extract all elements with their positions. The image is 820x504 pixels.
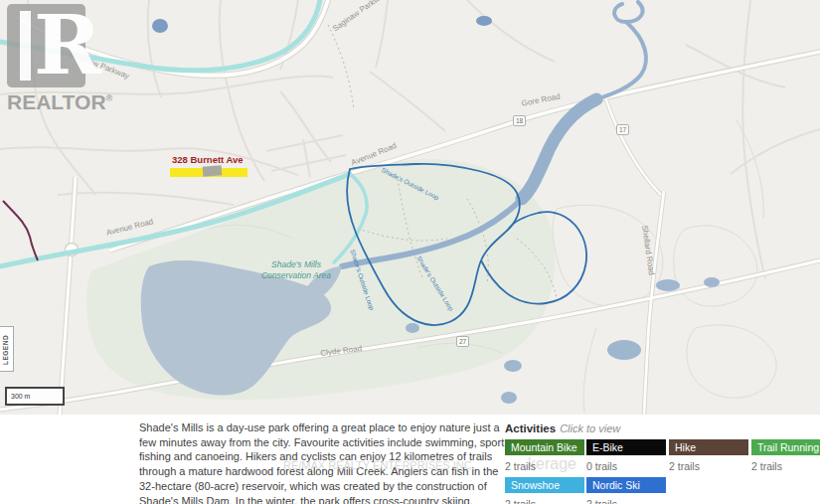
- activity-count-snowshoe: 2 trails: [505, 498, 536, 504]
- activity-count-hike: 2 trails: [669, 460, 700, 472]
- activities-title-row: ActivitiesClick to view: [505, 422, 820, 434]
- activity-nordic-ski[interactable]: Nordic Ski: [586, 477, 666, 493]
- activity-count-nordic-ski: 2 trails: [586, 498, 617, 504]
- activity-trail-running[interactable]: Trail Running: [751, 439, 820, 455]
- map: Saginaw Parkway Saginaw Parkway Gore Roa…: [0, 0, 820, 415]
- route-shield-27: 27: [456, 336, 469, 347]
- property-address-label: 328 Burnett Ave: [172, 154, 244, 165]
- activity-mountain-bike[interactable]: Mountain Bike: [505, 439, 584, 455]
- activity-count-trail-running: 2 trails: [751, 460, 782, 472]
- activity-snowshoe[interactable]: Snowshoe: [505, 477, 584, 493]
- activity-hike[interactable]: Hike: [669, 439, 748, 455]
- activities-title: Activities: [505, 422, 556, 434]
- property-building-footprint: [203, 165, 223, 176]
- activity-e-bike[interactable]: E-Bike: [586, 439, 666, 455]
- activity-count-e-bike: 0 trails: [586, 460, 617, 472]
- legend-tab: LEGEND: [0, 326, 14, 372]
- maroon-trail: [3, 201, 38, 260]
- activities-panel: ActivitiesClick to view Mountain Bike E-…: [505, 422, 820, 434]
- route-shield-18: 18: [513, 115, 526, 126]
- registered-mark: ®: [106, 93, 113, 103]
- realtor-logo-word: REALTOR®: [7, 90, 112, 114]
- realtor-logo-r: R: [34, 1, 101, 88]
- map-canvas: [0, 0, 820, 415]
- page: { "branding": { "logo_letter": "R", "log…: [0, 0, 820, 504]
- conservation-area-label: Shade's Mills Conservation Area: [239, 259, 354, 281]
- route-shield-17: 17: [616, 124, 629, 135]
- activity-count-mountain-bike: 2 trails: [505, 460, 536, 472]
- realtor-logo: R REALTOR®: [7, 4, 112, 114]
- map-scale-bar: 300 m: [5, 387, 65, 406]
- activities-subtitle: Click to view: [560, 422, 620, 434]
- park-description: Shade's Mills is a day-use park offering…: [139, 420, 509, 504]
- realtor-logo-square: R: [7, 4, 85, 87]
- realtor-logo-bar: [20, 11, 31, 81]
